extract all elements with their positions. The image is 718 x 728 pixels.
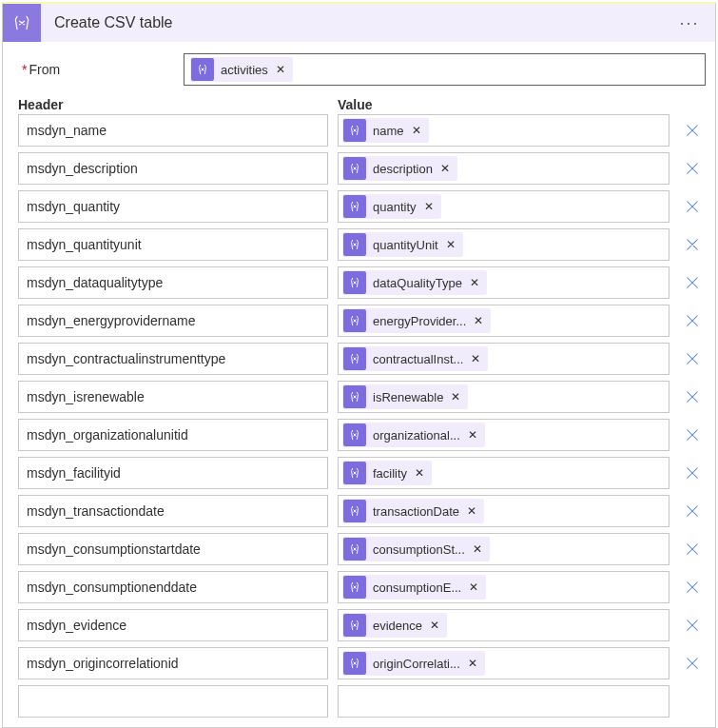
header-cell[interactable]: msdyn_name — [18, 114, 328, 147]
delete-row-button[interactable] — [679, 419, 706, 451]
dynamic-content-icon — [343, 614, 366, 637]
header-cell[interactable]: msdyn_quantityunit — [18, 228, 328, 261]
card-header[interactable]: Create CSV table ··· — [3, 4, 715, 42]
value-cell[interactable]: name✕ — [338, 114, 669, 147]
header-cell[interactable]: msdyn_consumptionenddate — [18, 571, 328, 603]
more-menu-button[interactable]: ··· — [675, 13, 704, 33]
value-token[interactable]: originCorrelati...✕ — [342, 651, 485, 676]
value-cell[interactable]: transactionDate✕ — [338, 495, 669, 527]
delete-row-button[interactable] — [679, 114, 706, 147]
value-cell[interactable]: facility✕ — [338, 457, 669, 489]
value-token-remove[interactable]: ✕ — [472, 314, 485, 327]
dynamic-content-icon — [343, 119, 366, 142]
value-token[interactable]: quantity✕ — [342, 194, 441, 219]
header-cell[interactable]: msdyn_energyprovidername — [18, 305, 328, 337]
value-cell[interactable]: dataQualityType✕ — [338, 266, 669, 299]
header-text: msdyn_quantity — [27, 199, 120, 214]
header-cell[interactable]: msdyn_contractualinstrumenttype — [18, 343, 328, 375]
from-token[interactable]: activities ✕ — [190, 57, 293, 82]
value-token-remove[interactable]: ✕ — [413, 466, 426, 480]
dynamic-content-icon — [343, 233, 366, 256]
delete-row-button[interactable] — [679, 533, 706, 565]
value-cell[interactable]: organizational...✕ — [338, 419, 669, 451]
value-token-remove[interactable]: ✕ — [466, 428, 479, 442]
delete-row-button[interactable] — [679, 190, 706, 223]
value-token[interactable]: consumptionSt...✕ — [342, 537, 490, 561]
value-cell[interactable]: isRenewable✕ — [338, 381, 669, 413]
value-cell[interactable]: evidence✕ — [338, 609, 669, 641]
card-body: *From activities ✕ Header Value msdyn_na… — [3, 42, 715, 727]
from-parameter-row: *From activities ✕ — [22, 53, 706, 86]
value-token[interactable]: evidence✕ — [342, 613, 447, 638]
value-cell[interactable]: contractualInst...✕ — [338, 343, 669, 375]
mapping-row: msdyn_consumptionenddateconsumptionE...✕ — [18, 571, 706, 603]
value-token-label: organizational... — [373, 428, 460, 443]
value-token[interactable]: organizational...✕ — [342, 423, 485, 447]
value-token-remove[interactable]: ✕ — [466, 657, 479, 670]
value-token-remove[interactable]: ✕ — [444, 238, 457, 251]
value-token[interactable]: isRenewable✕ — [342, 384, 468, 409]
delete-row-button[interactable] — [679, 228, 706, 261]
header-cell[interactable] — [18, 685, 328, 718]
value-cell[interactable]: consumptionE...✕ — [338, 571, 669, 603]
value-cell[interactable]: consumptionSt...✕ — [338, 533, 669, 565]
delete-row-button[interactable] — [679, 305, 706, 337]
value-token[interactable]: contractualInst...✕ — [342, 346, 488, 371]
value-token-remove[interactable]: ✕ — [467, 580, 480, 594]
value-cell[interactable]: energyProvider...✕ — [338, 305, 669, 337]
value-cell[interactable] — [338, 685, 669, 718]
delete-row-button[interactable] — [679, 609, 706, 641]
dynamic-content-icon — [343, 538, 366, 561]
delete-row-button[interactable] — [679, 495, 706, 527]
delete-row-button[interactable] — [679, 266, 706, 299]
delete-row-button[interactable] — [679, 647, 706, 679]
header-cell[interactable]: msdyn_isrenewable — [18, 381, 328, 413]
value-token-remove[interactable]: ✕ — [422, 200, 436, 213]
header-cell[interactable]: msdyn_facilityid — [18, 457, 328, 489]
value-token[interactable]: quantityUnit✕ — [342, 232, 463, 257]
from-input[interactable]: activities ✕ — [184, 53, 706, 86]
value-token[interactable]: facility✕ — [342, 461, 432, 485]
value-cell[interactable]: quantity✕ — [338, 190, 669, 223]
dynamic-content-icon — [343, 652, 366, 675]
value-token-remove[interactable]: ✕ — [465, 504, 478, 518]
value-token-remove[interactable]: ✕ — [468, 276, 481, 289]
value-token[interactable]: energyProvider...✕ — [342, 308, 491, 333]
value-cell[interactable]: description✕ — [338, 152, 669, 185]
header-text: msdyn_origincorrelationid — [27, 656, 179, 671]
value-token[interactable]: name✕ — [342, 118, 429, 143]
delete-row-button[interactable] — [679, 152, 706, 185]
value-token[interactable]: dataQualityType✕ — [342, 270, 487, 295]
value-cell[interactable]: quantityUnit✕ — [338, 228, 669, 261]
delete-row-button[interactable] — [679, 343, 706, 375]
card-title: Create CSV table — [41, 14, 675, 31]
delete-row-button[interactable] — [679, 457, 706, 489]
value-cell[interactable]: originCorrelati...✕ — [338, 647, 669, 679]
header-cell[interactable]: msdyn_consumptionstartdate — [18, 533, 328, 565]
value-token-remove[interactable]: ✕ — [471, 542, 484, 556]
mapping-row: msdyn_consumptionstartdateconsumptionSt.… — [18, 533, 706, 565]
value-token[interactable]: transactionDate✕ — [342, 499, 484, 523]
value-token-remove[interactable]: ✕ — [438, 162, 452, 175]
header-cell[interactable]: msdyn_organizationalunitid — [18, 419, 328, 451]
header-cell[interactable]: msdyn_origincorrelationid — [18, 647, 328, 679]
value-token[interactable]: description✕ — [342, 156, 457, 181]
value-token-remove[interactable]: ✕ — [410, 124, 423, 137]
header-cell[interactable]: msdyn_evidence — [18, 609, 328, 641]
mapping-row: msdyn_isrenewableisRenewable✕ — [18, 381, 706, 413]
header-cell[interactable]: msdyn_quantity — [18, 190, 328, 223]
from-token-remove[interactable]: ✕ — [274, 63, 287, 76]
value-token[interactable]: consumptionE...✕ — [342, 575, 486, 600]
value-token-remove[interactable]: ✕ — [469, 352, 482, 365]
value-token-remove[interactable]: ✕ — [428, 619, 441, 632]
delete-row-button[interactable] — [679, 381, 706, 413]
delete-row-button[interactable] — [679, 571, 706, 603]
header-cell[interactable]: msdyn_dataqualitytype — [18, 266, 328, 299]
header-cell[interactable]: msdyn_description — [18, 152, 328, 185]
header-cell[interactable]: msdyn_transactiondate — [18, 495, 328, 527]
dynamic-content-icon — [343, 347, 366, 370]
header-text: msdyn_energyprovidername — [27, 313, 195, 328]
mapping-row: msdyn_evidenceevidence✕ — [18, 609, 706, 641]
mapping-row: msdyn_energyprovidernameenergyProvider..… — [18, 305, 706, 337]
value-token-remove[interactable]: ✕ — [449, 390, 462, 403]
